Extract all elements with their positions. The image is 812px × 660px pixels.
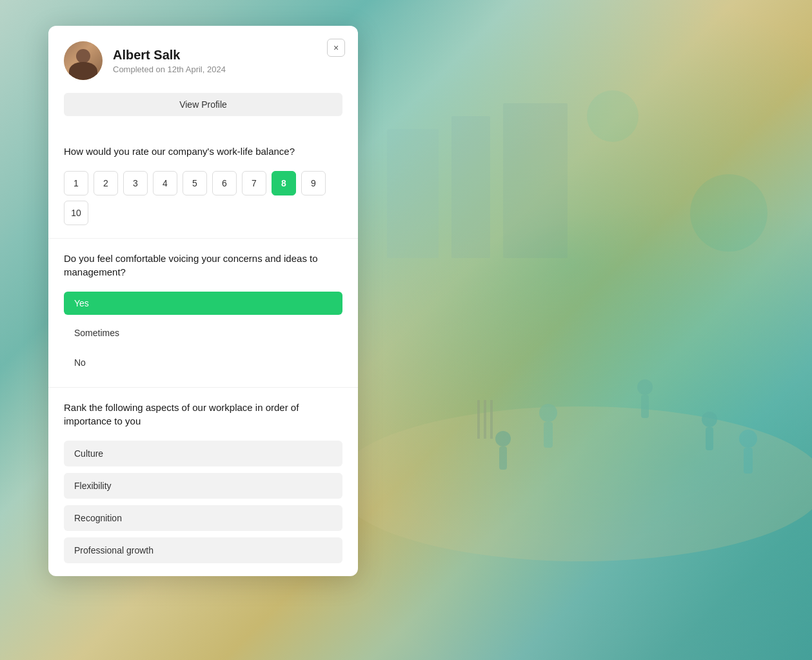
rating-btn-7[interactable]: 7 xyxy=(242,171,266,195)
survey-modal: Albert Salk Completed on 12th April, 202… xyxy=(48,26,358,576)
rating-btn-1[interactable]: 1 xyxy=(64,171,88,195)
avatar-image xyxy=(64,41,103,80)
completion-date: Completed on 12th April, 2024 xyxy=(113,65,342,74)
rating-btn-8[interactable]: 8 xyxy=(272,171,296,195)
rating-btn-9[interactable]: 9 xyxy=(301,171,326,195)
modal-header: Albert Salk Completed on 12th April, 202… xyxy=(48,26,358,93)
rating-btn-6[interactable]: 6 xyxy=(212,171,237,195)
avatar xyxy=(64,41,103,80)
header-info: Albert Salk Completed on 12th April, 202… xyxy=(113,47,342,74)
rank-item-recognition[interactable]: Recognition xyxy=(64,505,342,531)
rank-item-flexibility[interactable]: Flexibility xyxy=(64,473,342,499)
rating-btn-10[interactable]: 10 xyxy=(64,201,88,225)
close-button[interactable]: × xyxy=(327,39,345,57)
question-voicing-concerns: Do you feel comfortable voicing your con… xyxy=(64,252,342,279)
rating-row: 1 2 3 4 5 6 7 8 9 10 xyxy=(64,171,342,225)
rank-list: Culture Flexibility Recognition Professi… xyxy=(64,441,342,563)
rating-btn-4[interactable]: 4 xyxy=(153,171,177,195)
user-name: Albert Salk xyxy=(113,47,342,63)
radio-option-no[interactable]: No xyxy=(64,351,342,374)
question-ranking: Rank the following aspects of our workpl… xyxy=(64,401,342,428)
question-work-life-balance: How would you rate our company's work-li… xyxy=(64,145,342,158)
section-voicing-concerns: Do you feel comfortable voicing your con… xyxy=(48,238,358,387)
radio-options: Yes Sometimes No xyxy=(64,292,342,374)
rank-item-culture[interactable]: Culture xyxy=(64,441,342,466)
rank-item-professional-growth[interactable]: Professional growth xyxy=(64,537,342,563)
radio-option-sometimes[interactable]: Sometimes xyxy=(64,321,342,345)
rating-btn-3[interactable]: 3 xyxy=(123,171,148,195)
section-work-life-balance: How would you rate our company's work-li… xyxy=(48,132,358,238)
view-profile-button[interactable]: View Profile xyxy=(64,93,342,116)
rating-btn-2[interactable]: 2 xyxy=(94,171,118,195)
rating-btn-5[interactable]: 5 xyxy=(183,171,207,195)
section-ranking: Rank the following aspects of our workpl… xyxy=(48,387,358,576)
modal-overlay: Albert Salk Completed on 12th April, 202… xyxy=(0,0,812,660)
radio-option-yes[interactable]: Yes xyxy=(64,292,342,315)
